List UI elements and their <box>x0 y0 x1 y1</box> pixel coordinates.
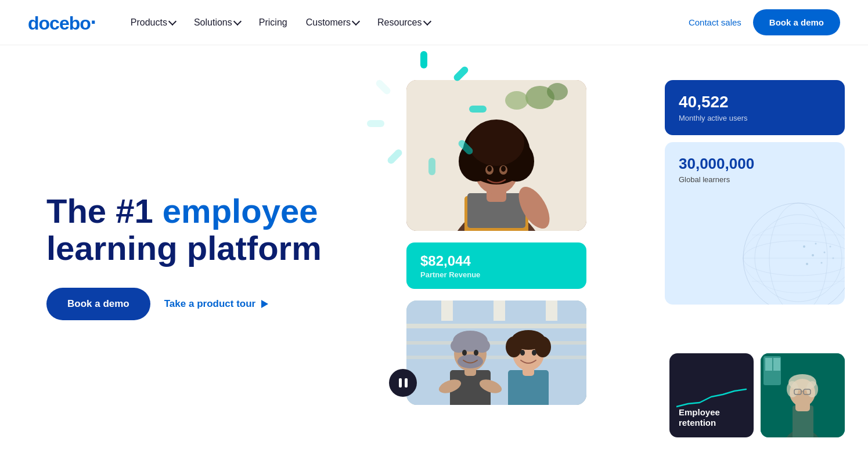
active-users-label: Monthly active users <box>679 114 831 122</box>
nav-label-pricing: Pricing <box>259 17 287 28</box>
chevron-down-icon <box>352 17 360 26</box>
nav-item-solutions[interactable]: Solutions <box>187 13 247 32</box>
hero-right: $82,044 Partner Revenue <box>372 45 868 449</box>
active-users-card: 40,522 Monthly active users <box>665 80 845 135</box>
nav-actions: Contact sales Book a demo <box>689 9 840 35</box>
navigation: docebo· Products Solutions Pricing Custo… <box>0 0 868 45</box>
product-tour-link[interactable]: Take a product tour <box>164 298 268 310</box>
play-icon <box>261 300 268 308</box>
svg-point-60 <box>824 252 826 254</box>
global-learners-card: 30,000,000 Global learners <box>665 142 845 305</box>
svg-rect-25 <box>494 300 505 321</box>
revenue-value: $82,044 <box>420 253 572 269</box>
svg-point-13 <box>469 120 524 166</box>
svg-point-3 <box>547 83 568 100</box>
pause-bar-right <box>405 378 408 388</box>
employee-retention-card: Employee retention <box>669 353 754 437</box>
nav-item-pricing[interactable]: Pricing <box>252 13 294 32</box>
logo[interactable]: docebo· <box>28 10 96 35</box>
svg-rect-77 <box>765 358 772 371</box>
book-demo-hero-button[interactable]: Book a demo <box>46 288 150 320</box>
pause-bar-left <box>399 378 402 388</box>
revenue-label: Partner Revenue <box>420 270 572 279</box>
book-demo-nav-button[interactable]: Book a demo <box>753 9 840 35</box>
bottom-right-cards: Employee retention <box>669 353 845 437</box>
svg-rect-21 <box>406 324 586 328</box>
contact-sales-link[interactable]: Contact sales <box>689 17 741 27</box>
svg-point-16 <box>487 166 492 172</box>
svg-point-48 <box>743 203 845 305</box>
pause-button[interactable] <box>389 369 417 397</box>
svg-point-56 <box>803 245 805 248</box>
nav-label-solutions: Solutions <box>194 17 232 28</box>
hero-title: The #1 employee learning platform <box>46 193 344 267</box>
svg-point-17 <box>501 166 506 172</box>
svg-point-46 <box>520 350 525 356</box>
teal-person-card <box>761 353 845 437</box>
main-content: The #1 employee learning platform Book a… <box>0 45 868 449</box>
nav-item-customers[interactable]: Customers <box>299 13 366 32</box>
loading-spinner-decoration <box>401 57 447 103</box>
svg-rect-78 <box>773 358 780 371</box>
teal-person-svg <box>761 353 845 437</box>
nav-item-resources[interactable]: Resources <box>370 13 437 32</box>
hero-buttons: Book a demo Take a product tour <box>46 288 344 320</box>
svg-rect-23 <box>406 356 586 359</box>
global-learners-value: 30,000,000 <box>679 155 831 173</box>
svg-point-62 <box>830 246 831 248</box>
svg-point-45 <box>535 336 551 357</box>
nav-label-customers: Customers <box>306 17 351 28</box>
svg-point-44 <box>506 336 522 357</box>
svg-rect-22 <box>406 341 586 345</box>
global-learners-label: Global learners <box>679 175 831 184</box>
hero-title-highlight: employee <box>163 192 318 230</box>
svg-point-59 <box>815 243 817 245</box>
globe-decoration <box>740 200 845 305</box>
svg-rect-24 <box>441 300 453 321</box>
chevron-down-icon <box>423 17 431 26</box>
svg-point-50 <box>769 203 827 305</box>
svg-point-57 <box>812 254 814 256</box>
stats-column: 40,522 Monthly active users 30,000,000 G… <box>665 80 845 305</box>
svg-point-4 <box>505 91 528 110</box>
product-tour-label: Take a product tour <box>164 298 255 310</box>
workers-image-card <box>406 300 586 405</box>
active-users-value: 40,522 <box>679 93 831 111</box>
svg-point-58 <box>806 263 808 265</box>
svg-point-47 <box>532 350 536 356</box>
pause-icon <box>399 378 408 388</box>
chevron-down-icon <box>233 17 242 26</box>
retention-chart <box>676 386 752 410</box>
nav-label-products: Products <box>131 17 167 28</box>
hero-left: The #1 employee learning platform Book a… <box>0 45 372 449</box>
nav-links: Products Solutions Pricing Customers Res… <box>124 13 689 32</box>
svg-point-35 <box>462 350 467 356</box>
retention-label: Employee retention <box>679 407 744 428</box>
svg-point-63 <box>833 258 834 259</box>
svg-point-61 <box>821 262 823 264</box>
logo-dot: · <box>91 10 96 34</box>
nav-item-products[interactable]: Products <box>124 13 182 32</box>
svg-rect-26 <box>546 300 557 321</box>
workers-svg <box>406 300 586 405</box>
revenue-card: $82,044 Partner Revenue <box>406 242 586 289</box>
nav-label-resources: Resources <box>377 17 422 28</box>
chevron-down-icon <box>168 17 177 26</box>
svg-point-34 <box>458 354 483 368</box>
svg-point-36 <box>474 350 478 356</box>
